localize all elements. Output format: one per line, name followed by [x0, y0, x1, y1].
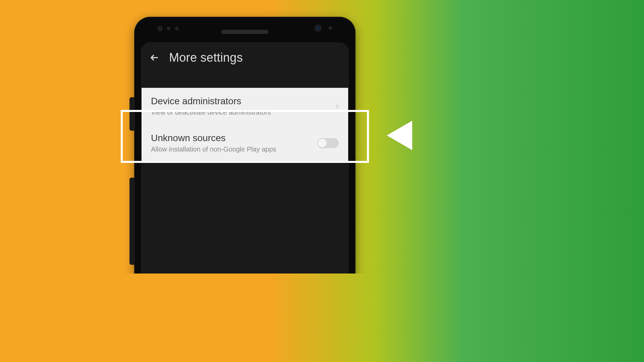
setting-row-device-administrators[interactable]: Device administrators View or deactivate…: [142, 88, 348, 125]
sensor-dot: [329, 26, 332, 30]
sensor-dot: [158, 26, 162, 31]
chevron-right-icon: ›: [336, 101, 339, 111]
page-title: More settings: [169, 51, 243, 65]
speaker-grill: [221, 30, 268, 34]
sensor-dot: [167, 27, 170, 30]
phone-frame: More settings Device administrators View…: [134, 17, 356, 274]
back-arrow-icon[interactable]: [149, 52, 160, 63]
sensor-dot: [175, 27, 178, 30]
pointer-arrow-icon: [387, 121, 412, 150]
setting-title: Device administrators: [151, 96, 336, 107]
phone-screen: More settings Device administrators View…: [141, 42, 349, 274]
front-camera: [315, 25, 321, 32]
setting-subtitle: Allow installation of non-Google Play ap…: [151, 145, 317, 153]
setting-title: Unknown sources: [151, 133, 317, 143]
setting-subtitle: View or deactivate device administrators: [151, 109, 336, 116]
setting-row-unknown-sources[interactable]: Unknown sources Allow installation of no…: [142, 125, 348, 162]
unknown-sources-toggle[interactable]: [317, 138, 339, 148]
settings-list: Device administrators View or deactivate…: [142, 88, 348, 162]
app-bar: More settings: [141, 42, 349, 73]
